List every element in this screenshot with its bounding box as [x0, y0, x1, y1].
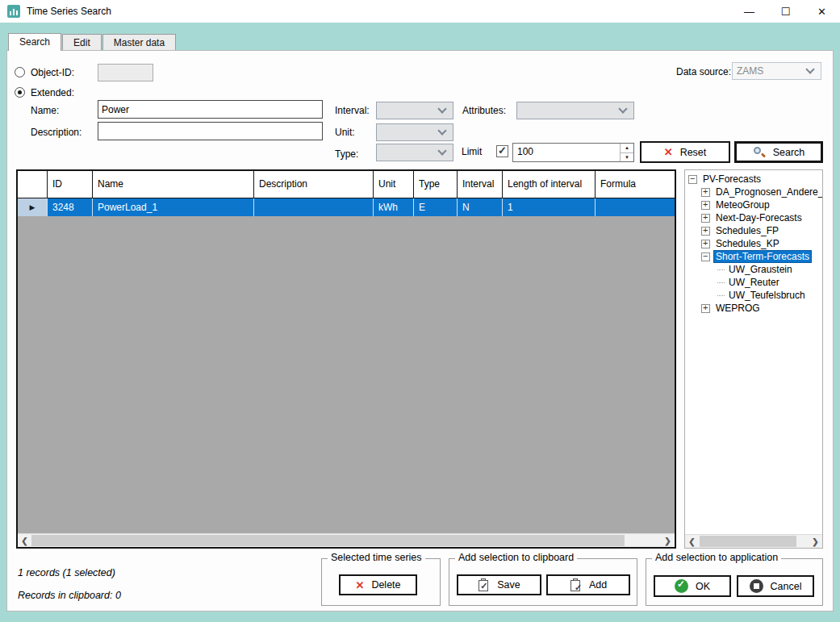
- cell-id: 3248: [48, 198, 93, 216]
- spin-down-icon[interactable]: [621, 153, 633, 162]
- data-source-dropdown[interactable]: ZAMS: [732, 62, 821, 80]
- expand-icon[interactable]: [701, 201, 710, 210]
- unit-dropdown[interactable]: [376, 123, 453, 141]
- chevron-down-icon: [437, 146, 446, 155]
- table-header-row: ID Name Description Unit Type Interval L…: [18, 171, 675, 198]
- collapse-icon[interactable]: [688, 175, 697, 184]
- save-button[interactable]: ✓ Save: [457, 574, 541, 595]
- spin-up-icon[interactable]: [621, 144, 633, 153]
- attributes-dropdown[interactable]: [516, 102, 634, 119]
- column-header-length-of-interval[interactable]: Length of interval: [503, 171, 596, 198]
- column-header-name[interactable]: Name: [93, 171, 254, 198]
- minimize-button[interactable]: —: [731, 0, 767, 23]
- tab-master-data[interactable]: Master data: [102, 34, 176, 50]
- cell-length-of-interval: 1: [503, 198, 596, 216]
- limit-value: 100: [517, 146, 533, 157]
- column-header-formula[interactable]: Formula: [596, 171, 675, 198]
- type-dropdown[interactable]: [376, 144, 453, 161]
- description-label: Description:: [31, 127, 81, 138]
- scrollbar-thumb[interactable]: [31, 535, 625, 546]
- tab-search[interactable]: Search: [8, 33, 61, 51]
- maximize-button[interactable]: ☐: [767, 0, 804, 23]
- expand-icon[interactable]: [701, 188, 710, 197]
- cell-type: E: [414, 198, 458, 216]
- column-header-type[interactable]: Type: [414, 171, 458, 198]
- cell-name: PowerLoad_1: [93, 198, 254, 216]
- object-id-label: Object-ID:: [31, 67, 74, 78]
- table-horizontal-scrollbar[interactable]: [18, 533, 675, 547]
- close-button[interactable]: ✕: [804, 0, 840, 23]
- group-title: Selected time series: [328, 552, 425, 563]
- tree-item[interactable]: Schedules_FP: [685, 224, 822, 237]
- chevron-down-icon: [805, 65, 814, 73]
- scroll-right-icon[interactable]: [661, 534, 675, 547]
- group-title: Add selection to application: [652, 552, 781, 563]
- chevron-down-icon: [437, 126, 446, 135]
- tree-item[interactable]: UW_Reuter: [685, 276, 822, 289]
- tree-item[interactable]: UW_Teufelsbruch: [685, 289, 822, 302]
- column-header-id[interactable]: ID: [48, 171, 93, 198]
- cancel-button[interactable]: Cancel: [737, 575, 814, 597]
- add-label: Add: [589, 579, 607, 591]
- tree-item[interactable]: UW_Graustein: [685, 263, 822, 276]
- green-check-icon: [675, 579, 688, 593]
- red-x-icon: [355, 579, 364, 591]
- chevron-down-icon: [618, 104, 627, 113]
- forecast-tree: PV-Forecasts DA_Prognosen_Andere_ MeteoG…: [684, 169, 823, 549]
- object-id-radio[interactable]: [15, 67, 25, 77]
- cell-interval: N: [458, 198, 503, 216]
- records-status: 1 records (1 selected): [18, 567, 115, 578]
- tree-item[interactable]: MeteoGroup: [685, 198, 822, 211]
- search-button[interactable]: Search: [734, 141, 823, 163]
- stop-icon: [750, 579, 763, 593]
- tree-item[interactable]: DA_Prognosen_Andere_: [685, 186, 822, 198]
- ok-button[interactable]: OK: [654, 575, 731, 597]
- add-button[interactable]: ✓ Add: [546, 574, 630, 595]
- name-input[interactable]: [98, 100, 323, 119]
- limit-checkbox[interactable]: [496, 145, 508, 157]
- clipboard-check-icon: ✓: [478, 578, 490, 592]
- tree-item[interactable]: Next-Day-Forecasts: [685, 211, 822, 224]
- delete-button[interactable]: Delete: [339, 574, 417, 595]
- tree-horizontal-scrollbar[interactable]: [685, 534, 822, 548]
- column-header-unit[interactable]: Unit: [374, 171, 414, 198]
- limit-spinner[interactable]: 100: [512, 143, 634, 162]
- expand-icon[interactable]: [701, 240, 710, 248]
- tree-item[interactable]: Schedules_KP: [685, 237, 822, 250]
- tab-edit[interactable]: Edit: [62, 34, 102, 50]
- red-x-icon: [664, 146, 673, 158]
- tree-item[interactable]: PV-Forecasts: [685, 173, 822, 186]
- app-window: Time Series Search — ☐ ✕ Search Edit Mas…: [0, 0, 840, 622]
- collapse-icon[interactable]: [701, 253, 710, 261]
- scrollbar-thumb[interactable]: [700, 536, 796, 547]
- app-bar-chart-icon: [7, 5, 20, 18]
- column-header-description[interactable]: Description: [254, 171, 374, 198]
- interval-dropdown[interactable]: [376, 102, 453, 119]
- save-label: Save: [497, 579, 520, 591]
- scroll-right-icon[interactable]: [809, 535, 822, 548]
- search-label: Search: [773, 147, 805, 158]
- row-selector-arrow-icon[interactable]: [18, 198, 48, 216]
- title-bar: Time Series Search — ☐ ✕: [0, 0, 840, 23]
- column-header-interval[interactable]: Interval: [458, 171, 503, 198]
- description-input[interactable]: [98, 122, 323, 140]
- tree-item-selected[interactable]: Short-Term-Forecasts: [685, 250, 822, 263]
- tree-connector: [717, 282, 725, 283]
- extended-radio[interactable]: [15, 87, 25, 98]
- scroll-left-icon[interactable]: [685, 535, 699, 548]
- row-selector-header: [18, 171, 48, 198]
- data-source-label: Data source:: [676, 66, 731, 77]
- reset-button[interactable]: Reset: [640, 141, 730, 163]
- tree-connector: [717, 295, 725, 296]
- expand-icon[interactable]: [701, 304, 710, 313]
- unit-label: Unit:: [335, 127, 355, 138]
- table-row[interactable]: 3248 PowerLoad_1 kWh E N 1: [18, 198, 675, 216]
- cell-unit: kWh: [374, 198, 414, 216]
- tree-item[interactable]: WEPROG: [685, 302, 822, 315]
- results-table: ID Name Description Unit Type Interval L…: [16, 169, 676, 549]
- expand-icon[interactable]: [701, 214, 710, 223]
- scroll-left-icon[interactable]: [18, 534, 31, 547]
- expand-icon[interactable]: [701, 227, 710, 236]
- object-id-input[interactable]: [98, 64, 153, 81]
- group-title: Add selection to clipboard: [455, 552, 577, 563]
